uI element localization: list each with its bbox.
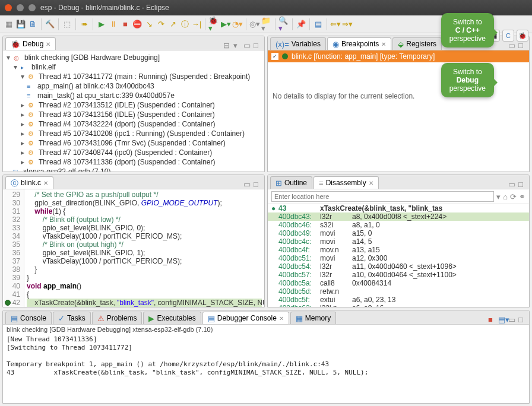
step-return-icon[interactable]: ↗ bbox=[167, 19, 178, 30]
home-icon[interactable]: ⌂ bbox=[503, 193, 508, 201]
window-maximize-icon[interactable] bbox=[28, 4, 36, 11]
step-into-icon[interactable]: ↘ bbox=[144, 19, 154, 30]
console-output[interactable]: [New Thread 1073411336] [Switching to Th… bbox=[3, 334, 529, 378]
tab-debug[interactable]: 🐞 Debug ✕ bbox=[5, 37, 56, 50]
dropdown-icon[interactable]: ▾ bbox=[496, 193, 501, 201]
debug-tree[interactable]: ▾blink checking [GDB Hardware Debugging]… bbox=[3, 50, 264, 172]
stack-frame-row[interactable]: main_task() at cpu_start.c:339 0x400d057… bbox=[5, 91, 262, 100]
debug-icon[interactable]: 🐞▾ bbox=[208, 19, 219, 30]
tab-variables[interactable]: (x)=Variables bbox=[270, 37, 326, 50]
console-select-icon[interactable]: ▤▾ bbox=[498, 316, 506, 324]
tab-label: Debugger Console bbox=[217, 314, 277, 322]
window-minimize-icon[interactable] bbox=[17, 4, 24, 11]
instr-step-icon[interactable]: ⓘ bbox=[179, 19, 190, 30]
suspend-icon[interactable]: ⏸ bbox=[108, 19, 119, 30]
view-menu-icon[interactable]: ▾ bbox=[233, 42, 242, 50]
save-all-icon[interactable]: 🗎 bbox=[27, 19, 38, 30]
save-icon[interactable]: 💾 bbox=[15, 19, 26, 30]
disasm-line[interactable]: 400dbc57:l32ra10, 0x400d0464 <_stext+110… bbox=[268, 271, 529, 279]
run-to-line-icon[interactable]: →| bbox=[191, 19, 202, 30]
new-icon[interactable]: ▦ bbox=[4, 19, 14, 30]
close-icon[interactable]: ✕ bbox=[381, 41, 386, 47]
toggle-icon[interactable]: ⬚ bbox=[62, 19, 72, 30]
stop-icon[interactable]: ■ bbox=[488, 316, 496, 324]
close-icon[interactable]: ✕ bbox=[369, 180, 373, 186]
collapse-icon[interactable]: ⊟ bbox=[223, 42, 232, 50]
thread-row[interactable]: ▸Thread #5 1073410208 (ipc1 : Running) (… bbox=[5, 129, 262, 138]
maximize-icon[interactable]: □ bbox=[518, 316, 527, 324]
tab-breakpoints[interactable]: ◉Breakpoints✕ bbox=[327, 37, 391, 50]
tab-label: Debug bbox=[23, 40, 43, 48]
skip-bp-icon[interactable]: ➠ bbox=[79, 19, 90, 30]
stack-frame-row[interactable]: app_main() at blink.c:43 0x400dbc43 bbox=[5, 81, 262, 91]
thread-icon bbox=[28, 120, 36, 128]
minimize-icon[interactable]: ▭ bbox=[243, 42, 252, 50]
maximize-icon[interactable]: □ bbox=[518, 42, 527, 50]
disasm-line[interactable]: 400dbc43:l32ra8, 0x400d00f8 <_stext+224> bbox=[268, 212, 529, 221]
minimize-icon[interactable]: ▭ bbox=[508, 42, 517, 50]
pin-icon[interactable]: 📌 bbox=[296, 19, 306, 30]
minimize-icon[interactable]: ▭ bbox=[508, 180, 517, 189]
tab-memory[interactable]: ▦Memory bbox=[290, 312, 336, 324]
tab-disassembly[interactable]: ≡Disassembly✕ bbox=[314, 176, 379, 189]
profile-icon[interactable]: ◔▾ bbox=[232, 19, 243, 30]
refresh-icon[interactable]: ⟳ bbox=[510, 193, 517, 201]
disasm-line[interactable]: 400dbc4c:movia14, 5 bbox=[268, 237, 529, 246]
disasm-location-input[interactable] bbox=[271, 191, 494, 202]
disasm-line[interactable]: 400dbc46:s32ia8, a1, 0 bbox=[268, 221, 529, 229]
breakpoint-row[interactable]: ✓ blink.c [function: app_main] [type: Te… bbox=[268, 50, 529, 62]
close-icon[interactable]: ✕ bbox=[43, 180, 48, 186]
build-icon[interactable]: 🔨 bbox=[45, 19, 55, 30]
disasm-line[interactable]: 400dbc54:l32ra11, 0x400d0460 <_stext+109… bbox=[268, 262, 529, 271]
step-over-icon[interactable]: ↷ bbox=[156, 19, 166, 30]
cpp-perspective-button[interactable]: C bbox=[502, 30, 514, 42]
new-folder-icon[interactable]: 📁▾ bbox=[261, 19, 272, 30]
disassembly-view[interactable]: ●43xTaskCreate(&blink_task, "blink_tas40… bbox=[268, 204, 529, 307]
tab-debugger-console[interactable]: ▤Debugger Console✕ bbox=[202, 312, 289, 324]
terminate-icon[interactable]: ■ bbox=[120, 19, 131, 30]
disasm-line[interactable]: 400dbc51:movia12, 0x300 bbox=[268, 254, 529, 262]
tab-label: Executables bbox=[157, 314, 195, 322]
forward-icon[interactable]: ⇒▾ bbox=[342, 19, 353, 30]
thread-row[interactable]: ▸Thread #6 1073431096 (Tmr Svc) (Suspend… bbox=[5, 138, 262, 148]
close-icon[interactable]: ✕ bbox=[279, 315, 284, 322]
close-icon[interactable]: ✕ bbox=[46, 41, 50, 47]
thread-row[interactable]: ▸Thread #3 1073413156 (IDLE) (Suspended … bbox=[5, 110, 262, 119]
resume-icon[interactable]: ▶ bbox=[96, 19, 107, 30]
maximize-icon[interactable]: □ bbox=[518, 180, 527, 189]
disasm-line[interactable]: 400dbc5f:extuia6, a0, 23, 13 bbox=[268, 296, 529, 304]
disconnect-icon[interactable]: ⛔ bbox=[132, 19, 142, 30]
disasm-line[interactable]: 400dbc49:movia15, 0 bbox=[268, 229, 529, 237]
maximize-icon[interactable]: □ bbox=[254, 42, 262, 50]
debug-perspective-button[interactable]: 🐞 bbox=[517, 30, 528, 42]
disasm-line[interactable]: 400dbc62:l32i.na6, a0, 16 bbox=[268, 304, 529, 307]
disasm-line[interactable]: 400dbc5d:retw.n bbox=[268, 287, 529, 296]
window-close-icon[interactable] bbox=[5, 4, 12, 11]
tab-outline[interactable]: ⊞Outline bbox=[270, 176, 312, 189]
memory-icon: ▦ bbox=[296, 315, 303, 322]
back-icon[interactable]: ⇐▾ bbox=[330, 19, 341, 30]
thread-row[interactable]: ▾Thread #1 1073411772 (main : Running) (… bbox=[5, 72, 262, 81]
thread-row[interactable]: ▸Thread #8 1073411336 (dport) (Suspended… bbox=[5, 157, 262, 167]
link-icon[interactable]: ⚭ bbox=[519, 193, 525, 201]
search-icon[interactable]: 🔍▾ bbox=[278, 19, 289, 30]
code-editor[interactable]: 293031323334353637383940414243➔4445 /* S… bbox=[3, 189, 264, 307]
open-type-icon[interactable]: ▤ bbox=[313, 19, 324, 30]
tab-tasks[interactable]: ✓Tasks bbox=[53, 312, 91, 324]
disasm-line[interactable]: 400dbc5a:call80x40084314 bbox=[268, 279, 529, 287]
tab-blink-c[interactable]: ⓒ blink.c ✕ bbox=[5, 176, 53, 189]
minimize-icon[interactable]: ▭ bbox=[508, 316, 517, 324]
thread-row[interactable]: ▸Thread #7 1073408744 (ipc0) (Suspended … bbox=[5, 148, 262, 157]
maximize-icon[interactable]: □ bbox=[254, 180, 262, 189]
tab-console[interactable]: ▤Console bbox=[5, 312, 52, 324]
minimize-icon[interactable]: ▭ bbox=[243, 180, 252, 189]
tab-problems[interactable]: ⚠Problems bbox=[92, 312, 142, 324]
thread-row[interactable]: ▸Thread #4 1073432224 (dport) (Suspended… bbox=[5, 119, 262, 129]
tab-registers[interactable]: ⬙Registers bbox=[392, 37, 442, 50]
tab-executables[interactable]: ▶Executables bbox=[143, 312, 201, 324]
new-class-icon[interactable]: ◎▾ bbox=[249, 19, 260, 30]
thread-row[interactable]: ▸Thread #2 1073413512 (IDLE) (Suspended … bbox=[5, 100, 262, 110]
disasm-line[interactable]: 400dbc4f:mov.na13, a15 bbox=[268, 246, 529, 254]
checkbox-icon[interactable]: ✓ bbox=[271, 53, 278, 60]
run-icon[interactable]: ▶▾ bbox=[220, 19, 231, 30]
